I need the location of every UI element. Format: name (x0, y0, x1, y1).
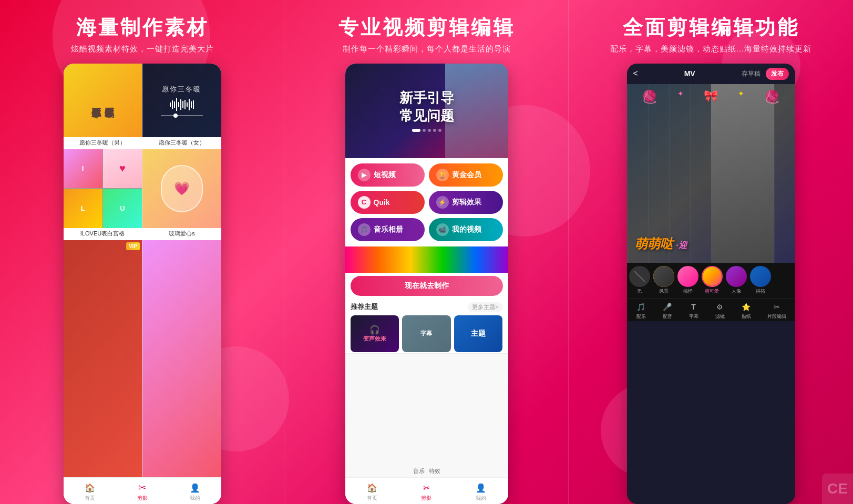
sticker-3[interactable]: 🎀 (704, 89, 718, 104)
filter-cute-thumb (702, 266, 723, 287)
panel-3-title: 全面剪辑编辑功能 (623, 16, 799, 40)
panel-3-phone: < MV 存草稿 发布 🧶 ✦ 🎀 (627, 64, 795, 504)
clip-effects-icon: ⚡ (436, 196, 449, 209)
hero-dot-2[interactable] (423, 129, 426, 132)
nav-home-2[interactable]: 🏠 首页 (366, 482, 378, 502)
recommend-item-1[interactable]: 🎧 变声效果 (351, 315, 399, 352)
recommend-header: 推荐主题 更多主题> (351, 302, 503, 312)
music-album-icon: 🎵 (358, 223, 371, 236)
material-item-1[interactable]: 愿你三冬暖愿你春不寒 (64, 64, 142, 137)
edit-icon-2: ✂ (420, 482, 432, 493)
material-item-5[interactable]: VIP (64, 240, 142, 477)
panel-2-phone: 新手引导 常见问题 ▶ 短视频 (345, 64, 508, 504)
subtitle-toolbar-icon: T (688, 302, 699, 312)
filter-portrait-thumb (726, 266, 747, 287)
quik-icon: C (358, 196, 371, 209)
filter-portrait[interactable]: 人像 (726, 266, 747, 295)
editor-toolbar: 🎵 配乐 🎤 配音 T 字幕 ⚙ 滤镜 ⭐ 贴纸 (627, 298, 795, 321)
recommend-title: 推荐主题 (351, 302, 378, 312)
btn-my-videos[interactable]: 📹 我的视频 (429, 218, 503, 241)
filter-landscape[interactable]: 风景 (653, 266, 674, 295)
panel-1-bottom-nav: 🏠 首页 ✂ 剪影 👤 我的 (64, 477, 221, 504)
nav-edit-1[interactable]: ✂ 剪影 (137, 482, 148, 502)
panel-1: 海量制作素材 炫酷视频素材特效，一键打造完美大片 愿你三冬暖愿你春不寒 愿你三冬… (0, 0, 284, 504)
make-now-button[interactable]: 现在就去制作 (351, 276, 503, 296)
toolbar-music[interactable]: 🎵 配乐 (636, 302, 646, 320)
editor-publish-button[interactable]: 发布 (766, 68, 789, 80)
toolbar-sticker[interactable]: ⭐ 贴纸 (741, 302, 752, 320)
material-labels-2: ILOVEU表白宫格 玻璃爱心s (64, 228, 221, 240)
recommend-item-3[interactable]: 主题 (454, 315, 503, 352)
recommend-grid: 🎧 变声效果 字幕 主题 (351, 315, 503, 352)
btn-music-album[interactable]: 🎵 音乐相册 (351, 218, 425, 241)
btn-short-video[interactable]: ▶ 短视频 (351, 163, 425, 187)
filter-toolbar-icon: ⚙ (715, 302, 725, 312)
panel-3-subtitle: 配乐，字幕，美颜滤镜，动态贴纸...海量特效持续更新 (610, 44, 812, 54)
panel-1-title: 海量制作素材 (76, 16, 209, 40)
editor-mode-label: MV (684, 69, 695, 78)
toolbar-subtitle[interactable]: T 字幕 (688, 302, 699, 320)
filter-extra[interactable]: 拼拓 (750, 266, 771, 295)
material-labels-1: 愿你三冬暖（男） 愿你三冬暖（女） (64, 137, 221, 149)
filter-landscape-thumb (653, 266, 674, 287)
short-video-icon: ▶ (358, 169, 371, 181)
btn-quik[interactable]: C Quik (351, 191, 425, 214)
filter-none-thumb (629, 266, 650, 287)
panel-2-bottom-nav: 🏠 首页 ✂ 剪影 👤 我的 (345, 477, 508, 504)
home-icon-2: 🏠 (366, 482, 378, 493)
btn-clip-effects[interactable]: ⚡ 剪辑效果 (429, 191, 503, 214)
hero-person-bg (445, 64, 508, 158)
home-icon-1: 🏠 (84, 482, 96, 493)
material-item-3[interactable]: VIP I ♥ L U (64, 149, 142, 228)
hero-dot-5[interactable] (438, 129, 441, 132)
more-themes-button[interactable]: 更多主题> (468, 302, 502, 312)
filter-cute[interactable]: 萌可爱 (702, 266, 723, 295)
panel-2-subtitle: 制作每一个精彩瞬间，每个人都是生活的导演 (343, 44, 511, 54)
recommend-section: 推荐主题 更多主题> 🎧 变声效果 字幕 (345, 299, 508, 353)
sticker-1[interactable]: 🧶 (642, 89, 657, 104)
hero-dot-3[interactable] (428, 129, 431, 132)
panel-2-title: 专业视频剪辑编辑 (338, 16, 515, 40)
nav-edit-2[interactable]: ✂ 剪影 (420, 482, 432, 502)
sticker-5[interactable]: 🧶 (764, 89, 780, 104)
material-item-4[interactable]: 💗 (142, 149, 221, 228)
my-videos-icon: 📹 (436, 223, 449, 236)
toolbar-voice[interactable]: 🎤 配音 (662, 302, 673, 320)
hero-dot-1[interactable] (412, 129, 420, 132)
panel-3: 全面剪辑编辑功能 配乐，字幕，美颜滤镜，动态贴纸...海量特效持续更新 < MV… (569, 0, 853, 504)
panel-2: 专业视频剪辑编辑 制作每一个精彩瞬间，每个人都是生活的导演 新手引导 常见问题 (284, 0, 569, 504)
material-item-6[interactable] (142, 240, 221, 477)
music-toolbar-icon: 🎵 (636, 302, 646, 312)
editor-draft-button[interactable]: 存草稿 (742, 69, 760, 78)
editor-actions: 存草稿 发布 (742, 68, 789, 80)
panel-1-phone: 愿你三冬暖愿你春不寒 愿你三冬暖 (64, 64, 221, 504)
vip-badge-2: VIP (126, 242, 140, 250)
toolbar-filter[interactable]: ⚙ 滤镜 (715, 302, 725, 320)
editor-back-button[interactable]: < (633, 69, 638, 78)
filter-funny[interactable]: 搞怪 (677, 266, 698, 295)
hero-dot-4[interactable] (433, 129, 436, 132)
filter-none[interactable]: 无 (629, 266, 650, 295)
toolbar-clip-edit[interactable]: ✂ 片段编辑 (767, 302, 786, 320)
btn-vip[interactable]: 🏆 黄金会员 (429, 163, 503, 187)
material-item-2[interactable]: 愿你三冬暖 (142, 64, 221, 137)
hero-dots (412, 129, 441, 132)
nav-home-1[interactable]: 🏠 首页 (84, 482, 96, 502)
sticker-4[interactable]: ✦ (738, 89, 744, 104)
filter-funny-thumb (677, 266, 698, 287)
person-preview (711, 84, 774, 263)
panel-1-subtitle: 炫酷视频素材特效，一键打造完美大片 (71, 44, 214, 54)
filter-extra-thumb (750, 266, 771, 287)
vip-icon: 🏆 (436, 169, 449, 181)
editor-topbar: < MV 存草稿 发布 (627, 64, 795, 84)
edit-icon-1: ✂ (137, 482, 148, 493)
recommend-item-2[interactable]: 字幕 (402, 315, 451, 352)
nav-profile-1[interactable]: 👤 我的 (189, 482, 201, 502)
hero-text: 新手引导 常见问题 (399, 89, 454, 125)
panel-2-bottom-bar: 音乐 特效 (345, 353, 508, 477)
nav-profile-2[interactable]: 👤 我的 (475, 482, 487, 502)
clip-edit-toolbar-icon: ✂ (772, 302, 782, 312)
editor-preview: 🧶 ✦ 🎀 ✦ 🧶 萌萌哒 ·迎 (627, 84, 795, 263)
profile-icon-1: 👤 (189, 482, 201, 493)
sticker-2[interactable]: ✦ (677, 89, 684, 104)
